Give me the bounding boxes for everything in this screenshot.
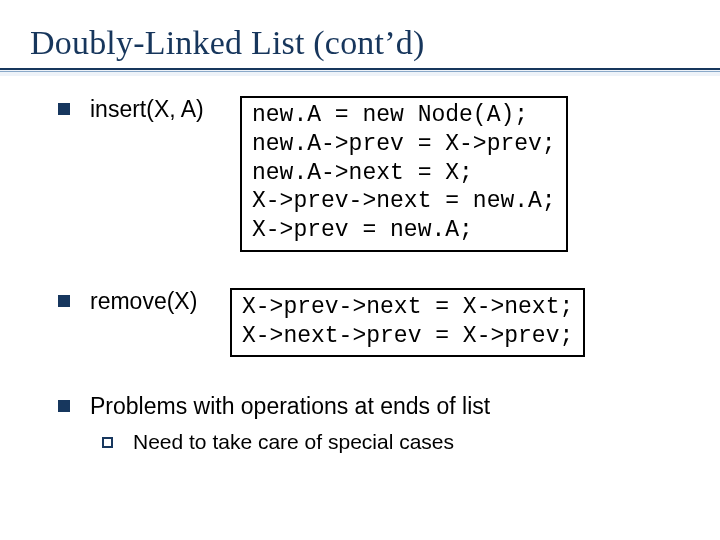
- bullet-insert: insert(X, A) new.A = new Node(A); new.A-…: [58, 96, 692, 252]
- subtext: Need to take care of special cases: [133, 430, 454, 454]
- bullet-remove: remove(X) X->prev->next = X->next; X->ne…: [58, 288, 692, 358]
- bullet-problems: Problems with operations at ends of list…: [58, 393, 692, 454]
- square-bullet-icon: [58, 400, 70, 412]
- square-bullet-icon: [58, 103, 70, 115]
- sub-bullet: Need to take care of special cases: [102, 430, 692, 454]
- open-square-bullet-icon: [102, 437, 113, 448]
- slide-title: Doubly-Linked List (cont’d): [30, 24, 692, 62]
- slide: Doubly-Linked List (cont’d) insert(X, A)…: [0, 0, 720, 540]
- insert-label: insert(X, A): [90, 96, 228, 123]
- insert-code-box: new.A = new Node(A); new.A->prev = X->pr…: [240, 96, 568, 252]
- problems-text: Problems with operations at ends of list: [90, 393, 490, 420]
- slide-body: insert(X, A) new.A = new Node(A); new.A-…: [28, 96, 692, 454]
- square-bullet-icon: [58, 295, 70, 307]
- title-underline: [28, 68, 692, 76]
- remove-label: remove(X): [90, 288, 220, 315]
- remove-code-box: X->prev->next = X->next; X->next->prev =…: [230, 288, 585, 358]
